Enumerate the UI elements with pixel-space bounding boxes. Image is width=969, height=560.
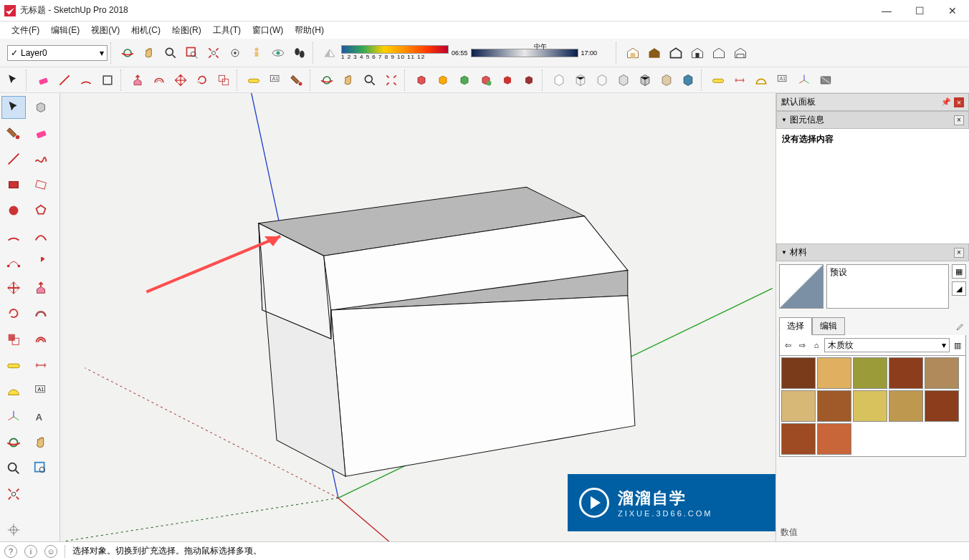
lt-zoom-window[interactable]: [29, 457, 53, 480]
menu-edit[interactable]: 编辑(E): [47, 23, 84, 38]
material-swatch-11[interactable]: [817, 423, 851, 455]
menu-tools[interactable]: 工具(T): [209, 23, 245, 38]
maximize-button[interactable]: ☐: [903, 0, 936, 21]
zoom-window-icon[interactable]: [182, 43, 202, 63]
materials-header[interactable]: ▼ 材料 ×: [776, 243, 969, 261]
material-swatch-2[interactable]: [853, 357, 887, 389]
default-material-icon[interactable]: ◢: [952, 281, 966, 296]
lt-eraser[interactable]: [29, 122, 53, 145]
lt-move[interactable]: [1, 276, 26, 299]
zoom-extents-2-icon[interactable]: [381, 70, 401, 90]
pan-2-icon[interactable]: [338, 70, 358, 90]
lt-extra[interactable]: [1, 518, 26, 541]
eyedropper-icon[interactable]: [952, 321, 966, 335]
shadow-time-slider[interactable]: [471, 49, 578, 57]
eraser-tool-icon[interactable]: [33, 70, 53, 90]
previous-view-icon[interactable]: [225, 43, 245, 63]
solid-1-icon[interactable]: [411, 70, 431, 90]
tape-2-icon[interactable]: [708, 70, 728, 90]
minimize-button[interactable]: —: [870, 0, 903, 21]
text-2-icon[interactable]: A1: [773, 70, 793, 90]
lt-axes[interactable]: [1, 405, 26, 428]
entity-close-icon[interactable]: ×: [954, 115, 964, 125]
lt-line[interactable]: [1, 148, 26, 170]
orbit-2-icon[interactable]: [317, 70, 337, 90]
user-icon[interactable]: ☺: [44, 545, 57, 558]
paint-tool-icon[interactable]: [287, 70, 307, 90]
nav-fwd-icon[interactable]: ⇨: [796, 339, 808, 352]
entity-info-header[interactable]: ▼ 图元信息 ×: [776, 111, 969, 129]
warehouse-1-icon[interactable]: [623, 43, 643, 63]
style-3-icon[interactable]: [592, 70, 612, 90]
material-name-input[interactable]: 预设: [826, 264, 949, 309]
style-1-icon[interactable]: [549, 70, 569, 90]
material-swatch-10[interactable]: [781, 423, 816, 455]
lt-rotated-rect[interactable]: [29, 173, 53, 196]
solid-2-icon[interactable]: [433, 70, 453, 90]
solid-4-icon[interactable]: [476, 70, 496, 90]
select-tool-icon[interactable]: [3, 70, 23, 90]
lt-protractor[interactable]: [1, 380, 26, 402]
material-swatch-5[interactable]: [781, 390, 816, 422]
tape-tool-icon[interactable]: [244, 70, 264, 90]
section-icon[interactable]: [816, 70, 836, 90]
material-swatch-4[interactable]: [925, 357, 959, 389]
style-7-icon[interactable]: [678, 70, 698, 90]
arc-tool-icon[interactable]: [76, 70, 96, 90]
create-material-icon[interactable]: ▦: [952, 264, 966, 279]
lt-dimension[interactable]: [29, 354, 53, 377]
move-tool-icon[interactable]: [171, 70, 191, 90]
layer-selector[interactable]: ✓ Layer0 ▾: [7, 45, 108, 61]
solid-6-icon[interactable]: [519, 70, 539, 90]
axes-icon[interactable]: [794, 70, 814, 90]
lt-pan[interactable]: [29, 431, 53, 454]
pan-icon[interactable]: [139, 43, 159, 63]
materials-tab-edit[interactable]: 编辑: [812, 317, 845, 335]
style-2-icon[interactable]: [571, 70, 591, 90]
text-tool-icon[interactable]: A1: [265, 70, 285, 90]
look-around-icon[interactable]: [268, 43, 288, 63]
lt-text[interactable]: A1: [29, 380, 53, 402]
lt-scale[interactable]: [1, 328, 26, 351]
lt-arc[interactable]: [1, 225, 26, 248]
menu-file[interactable]: 文件(F): [7, 23, 44, 38]
rotate-tool-icon[interactable]: [192, 70, 212, 90]
material-swatch-8[interactable]: [889, 390, 923, 422]
lt-pie[interactable]: [29, 251, 53, 274]
lt-zoom-extents[interactable]: [1, 483, 26, 506]
pushpull-tool-icon[interactable]: [128, 70, 148, 90]
material-swatch-6[interactable]: [817, 390, 851, 422]
menu-window[interactable]: 窗口(W): [248, 23, 287, 38]
material-swatch-9[interactable]: [925, 390, 959, 422]
lt-polygon[interactable]: [29, 199, 53, 222]
tray-header[interactable]: 默认面板 📌 ×: [776, 93, 969, 111]
menu-help[interactable]: 帮助(H): [290, 23, 328, 38]
material-preview-swatch[interactable]: [779, 264, 824, 309]
solid-3-icon[interactable]: [454, 70, 474, 90]
line-tool-icon[interactable]: [54, 70, 75, 90]
materials-tab-select[interactable]: 选择: [779, 317, 812, 335]
nav-back-icon[interactable]: ⇦: [781, 339, 794, 352]
lt-circle[interactable]: [1, 199, 26, 222]
warehouse-2-icon[interactable]: [644, 43, 664, 63]
offset-tool-icon[interactable]: [149, 70, 169, 90]
material-swatch-3[interactable]: [889, 357, 923, 389]
lt-tape[interactable]: [1, 354, 26, 377]
warehouse-5-icon[interactable]: [709, 43, 729, 63]
lt-3pt-arc[interactable]: [1, 251, 26, 274]
shadow-date-slider[interactable]: [341, 45, 449, 54]
orbit-icon[interactable]: [118, 43, 138, 63]
tray-close-icon[interactable]: ×: [954, 97, 964, 107]
position-camera-icon[interactable]: [247, 43, 267, 63]
menu-draw[interactable]: 绘图(R): [168, 23, 206, 38]
menu-view[interactable]: 视图(V): [87, 23, 124, 38]
lt-paint[interactable]: [1, 122, 26, 145]
lt-rotate[interactable]: [1, 302, 26, 325]
nav-menu-icon[interactable]: ▥: [951, 339, 964, 352]
shape-tool-icon[interactable]: [97, 70, 118, 90]
zoom-extents-icon[interactable]: [204, 43, 224, 63]
lt-orbit[interactable]: [1, 431, 26, 454]
nav-home-icon[interactable]: ⌂: [810, 339, 823, 352]
lt-followme[interactable]: [29, 302, 53, 325]
menu-camera[interactable]: 相机(C): [127, 23, 165, 38]
